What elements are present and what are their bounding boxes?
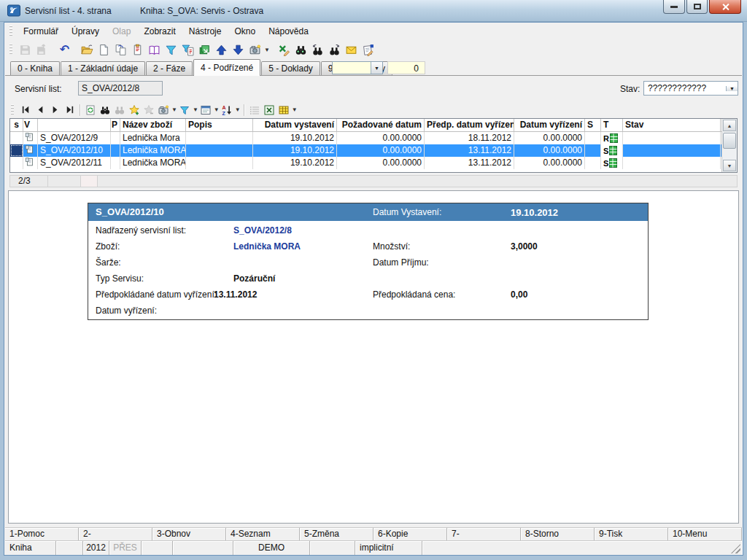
filter-icon[interactable] <box>163 42 179 58</box>
record-count-field[interactable]: 0 <box>387 61 425 74</box>
scrollbar-thumb[interactable] <box>723 133 736 149</box>
snapshot-dropdown-icon[interactable]: ▼ <box>171 106 177 113</box>
col-header-nazev-zbozi[interactable]: Název zboží <box>120 119 186 131</box>
filter-icon[interactable] <box>177 103 192 117</box>
move-up-icon[interactable] <box>213 42 230 58</box>
move-down-icon[interactable] <box>230 42 247 58</box>
menu-zobrazit[interactable]: Zobrazit <box>137 24 182 39</box>
find-icon[interactable] <box>293 42 309 58</box>
tab-5-doklady[interactable]: 5 - Doklady <box>261 61 320 75</box>
find-previous-icon[interactable] <box>309 42 326 58</box>
refresh-icon[interactable] <box>83 103 98 117</box>
fkey-2[interactable]: 2- <box>79 528 152 540</box>
menu-okno[interactable]: Okno <box>228 24 262 39</box>
next-record-icon[interactable] <box>47 103 62 117</box>
fkey-6-kopie[interactable]: 6-Kopie <box>374 528 447 540</box>
open-book-icon[interactable] <box>146 42 163 58</box>
fkey-3-obnov[interactable]: 3-Obnov <box>152 528 226 540</box>
filter-dropdown-icon[interactable]: ▼ <box>193 106 198 113</box>
table-view-dropdown-icon[interactable]: ▼ <box>292 106 298 113</box>
tab-0-kniha[interactable]: 0 - Kniha <box>10 61 60 75</box>
toolbar-grip <box>9 26 12 37</box>
table-row-selected[interactable]: S_OVA/2012/10 Lednička MORA 19.10.2012 0… <box>10 144 737 157</box>
col-header-s2[interactable]: S <box>585 119 601 131</box>
edit-in-excel-icon[interactable] <box>276 42 293 58</box>
col-header-s[interactable]: s <box>10 119 23 131</box>
table-row[interactable]: S_OVA/2012/11 Lednička MORA 19.10.2012 0… <box>10 157 737 169</box>
find-icon[interactable] <box>98 103 112 117</box>
table-header-row[interactable]: s V P Název zboží Popis Datum vystavení … <box>10 119 737 132</box>
chevron-down-icon[interactable]: ▼ <box>371 62 382 74</box>
chevron-down-icon[interactable]: ▼ <box>726 86 738 91</box>
find-next-icon[interactable] <box>326 42 343 58</box>
record-counter-bar: 2/3 <box>9 175 738 187</box>
menu-napoveda[interactable]: Nápověda <box>262 24 315 39</box>
status-pres: PŘES <box>109 541 142 555</box>
title-bar[interactable]: Servisní list - 4. strana Kniha: S_OVA: … <box>0 0 747 22</box>
window-subtitle: Kniha: S_OVA: Servis - Ostrava <box>140 6 263 16</box>
menu-olap: Olap <box>106 24 137 39</box>
col-header-popis[interactable]: Popis <box>186 119 253 131</box>
remove-record-icon <box>142 103 156 117</box>
snapshot-icon[interactable] <box>247 42 263 58</box>
menu-upravy[interactable]: Úpravy <box>65 24 106 39</box>
new-record-icon[interactable] <box>96 42 112 58</box>
fkey-8-storno[interactable]: 8-Storno <box>521 528 595 540</box>
send-mail-icon[interactable] <box>343 42 360 58</box>
scroll-down-icon[interactable]: ▼ <box>723 160 736 171</box>
fkey-4-seznam[interactable]: 4-Seznam <box>226 528 300 540</box>
copy-record-icon[interactable] <box>112 42 129 58</box>
open-icon[interactable] <box>79 42 96 58</box>
scroll-up-icon[interactable]: ▲ <box>723 120 736 131</box>
detail-title: S_OVA/2012/10 <box>96 206 164 217</box>
export-excel-icon[interactable] <box>262 103 276 117</box>
quick-filter-combo[interactable]: ▼ <box>332 61 383 74</box>
paste-special-icon[interactable] <box>129 42 146 58</box>
first-record-icon[interactable] <box>18 103 33 117</box>
col-header-p[interactable]: P <box>111 119 120 131</box>
close-button[interactable] <box>709 0 741 14</box>
maximize-button[interactable] <box>686 0 708 14</box>
svg-text:A: A <box>222 105 225 110</box>
col-header-stav[interactable]: Stav <box>623 119 721 131</box>
edit-notes-icon[interactable] <box>360 42 376 58</box>
fkey-1-pomoc[interactable]: 1-Pomoc <box>5 528 79 540</box>
previous-record-icon[interactable] <box>33 103 47 117</box>
fkey-10-menu[interactable]: 10-Menu <box>668 528 742 540</box>
table-scrollbar[interactable]: ▲ ▼ <box>721 119 737 172</box>
tab-1-zakladni-udaje[interactable]: 1 - Základní údaje <box>61 61 145 75</box>
menu-nastroje[interactable]: Nástroje <box>182 24 228 39</box>
refresh-data-icon[interactable] <box>196 42 213 58</box>
fkey-9-tisk[interactable]: 9-Tisk <box>595 528 668 540</box>
form-view-icon[interactable] <box>198 103 213 117</box>
fkey-7[interactable]: 7- <box>447 528 521 540</box>
snapshot-dropdown-icon[interactable]: ▼ <box>264 47 270 53</box>
col-header-predp-datum-vyrizeni[interactable]: Předp. datum vyřízení <box>425 119 514 131</box>
undo-icon[interactable]: ↶ <box>56 42 73 58</box>
col-header-pozadovane-datum[interactable]: Požadované datum <box>337 119 425 131</box>
minimize-button[interactable] <box>663 0 685 14</box>
sort-az-icon[interactable]: AZ <box>220 103 234 117</box>
col-header-cislo[interactable] <box>38 119 111 131</box>
table-row[interactable]: S_OVA/2012/9 Lednička Mora 19.10.2012 0.… <box>10 132 737 144</box>
tab-2-faze[interactable]: 2 - Fáze <box>146 61 193 75</box>
col-header-t[interactable]: T <box>601 119 623 131</box>
tab-4-podrizene[interactable]: 4 - Podřízené <box>193 59 260 76</box>
col-header-datum-vystaveni[interactable]: Datum vystavení <box>253 119 337 131</box>
table-view-icon[interactable] <box>276 103 291 117</box>
record-position: 2/3 <box>10 176 48 187</box>
filter-document-icon[interactable] <box>179 42 196 58</box>
status-bar: Kniha 2012 PŘES DEMO implicitní <box>5 540 742 555</box>
col-header-v[interactable]: V <box>23 119 38 131</box>
stav-combo[interactable]: ???????????? ▼ <box>643 81 738 96</box>
servisni-list-input[interactable] <box>78 81 163 96</box>
add-record-icon[interactable] <box>127 103 142 117</box>
col-header-datum-vyrizeni[interactable]: Datum vyřízení <box>514 119 585 131</box>
sort-dropdown-icon[interactable]: ▼ <box>235 106 241 113</box>
last-record-icon[interactable] <box>62 103 77 117</box>
snapshot-icon[interactable] <box>156 103 171 117</box>
detail-date-value: 19.10.2012 <box>511 207 558 218</box>
form-view-dropdown-icon[interactable]: ▼ <box>214 106 220 113</box>
fkey-5-zmena[interactable]: 5-Změna <box>300 528 374 540</box>
menu-formular[interactable]: Formulář <box>17 24 65 39</box>
